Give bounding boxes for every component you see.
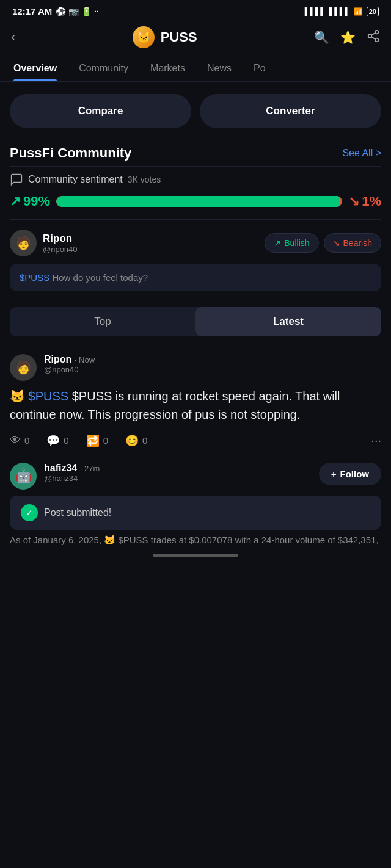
sentiment-bar-row: ↗ 99% ↘ 1% [10, 193, 381, 209]
top-tab[interactable]: Top [10, 307, 196, 336]
nav-actions: 🔍 ⭐ [314, 29, 380, 46]
sentiment-label: Community sentiment [28, 174, 123, 185]
battery-indicator: 20 [367, 7, 379, 16]
plus-icon: + [331, 469, 337, 479]
toast-notification: ✓ Post submitted! [10, 496, 381, 530]
tab-overview[interactable]: Overview [2, 57, 68, 81]
toast-message: Post submitted! [44, 507, 111, 518]
home-indicator [0, 548, 391, 560]
post-ticker-1: $PUSS [29, 389, 69, 403]
action-buttons: Compare Converter [0, 82, 391, 134]
post-handle-2: @hafiz34 [44, 474, 312, 483]
bearish-button[interactable]: ↘ Bearish [324, 233, 381, 253]
post-reactions[interactable]: 😊 0 [125, 434, 147, 447]
home-bar [153, 554, 238, 557]
sentiment-buttons: ↗ Bullish ↘ Bearish [265, 233, 381, 253]
sentiment-bar-fill [56, 196, 339, 207]
post-user-time-1: · Now [75, 355, 95, 364]
search-icon[interactable]: 🔍 [314, 30, 329, 45]
compare-button[interactable]: Compare [10, 94, 191, 128]
toast-check-icon: ✓ [21, 504, 38, 521]
tab-community[interactable]: Community [68, 57, 139, 81]
svg-line-3 [371, 37, 375, 39]
feed-toggle: Top Latest [10, 307, 381, 336]
input-placeholder: How do you feel today? [52, 272, 148, 283]
converter-button[interactable]: Converter [200, 94, 381, 128]
post-user-row2: hafiz34 · 27m @hafiz34 [44, 463, 312, 483]
status-bar: 12:17 AM ⚽ 📷 🔋 ·· ▌▌▌▌ ▌▌▌▌ 📶 20 [0, 0, 391, 20]
status-time: 12:17 AM [12, 6, 52, 16]
tabs-bar: Overview Community Markets News Po [0, 57, 391, 82]
status-right-icons: ▌▌▌▌ ▌▌▌▌ 📶 20 [305, 7, 379, 16]
post-user-time-2: · 27m [80, 464, 100, 473]
post2-content-preview: As of January 6, 2025, 🐱 $PUSS trades at… [0, 530, 391, 548]
reaction-icon: 😊 [125, 434, 139, 447]
post-user-info-1: Ripon · Now @ripon40 [44, 354, 381, 374]
sentiment-votes: 3K votes [128, 175, 161, 184]
post-comments[interactable]: 💬 0 [46, 434, 68, 447]
coin-name: PUSS [161, 29, 197, 45]
share-icon[interactable] [367, 29, 380, 46]
bear-icon: ↘ [333, 238, 340, 248]
ticker-label: $PUSS [20, 272, 49, 283]
bull-up-arrow: ↗ [10, 193, 21, 209]
post-content-1: 🐱 $PUSS $PUSS is running at rocket speed… [10, 387, 381, 424]
post-header-2: 🤖 hafiz34 · 27m @hafiz34 + Follow [10, 463, 381, 490]
star-icon[interactable]: ⭐ [340, 30, 356, 45]
post-handle-1: @ripon40 [44, 365, 381, 374]
top-navigation: ‹ 🐱 PUSS 🔍 ⭐ [0, 20, 391, 57]
sentiment-section: Community sentiment 3K votes ↗ 99% ↘ 1% [0, 167, 391, 219]
post-views[interactable]: 👁 0 [10, 434, 29, 447]
views-icon: 👁 [10, 434, 21, 447]
post-retweets[interactable]: 🔁 0 [86, 434, 108, 447]
post-more-icon[interactable]: ··· [371, 433, 381, 447]
community-section-header: PussFi Community See All > [0, 134, 391, 166]
tab-po[interactable]: Po [243, 57, 277, 81]
signal-icon: ▌▌▌▌ [305, 7, 326, 16]
post-item-2: 🤖 hafiz34 · 27m @hafiz34 + Follow [0, 454, 391, 490]
post-header-1: 🧑 Ripon · Now @ripon40 [10, 354, 381, 381]
post-emoji: 🐱 [10, 389, 25, 403]
user-info: 🧑 Ripon @ripon40 [10, 230, 78, 256]
bullish-button[interactable]: ↗ Bullish [265, 233, 318, 253]
sentiment-bar-track [56, 196, 342, 207]
comment-input[interactable]: $PUSS How do you feel today? [10, 264, 381, 291]
coin-title: 🐱 PUSS [133, 26, 197, 48]
wifi-icon: 📶 [354, 7, 363, 16]
bear-down-arrow: ↘ [348, 193, 359, 209]
comment-icon: 💬 [46, 434, 60, 447]
post-avatar-1: 🧑 [10, 354, 37, 381]
post-avatar-2: 🤖 [10, 463, 37, 490]
user-handle: @ripon40 [43, 245, 78, 254]
comment-box: 🧑 Ripon @ripon40 ↗ Bullish ↘ Bearish $PU… [0, 220, 391, 298]
bear-percentage: ↘ 1% [348, 193, 381, 209]
back-button[interactable]: ‹ [11, 29, 15, 45]
community-title: PussFi Community [10, 145, 131, 161]
retweet-icon: 🔁 [86, 434, 100, 447]
user-details: Ripon @ripon40 [43, 233, 78, 254]
tab-markets[interactable]: Markets [139, 57, 196, 81]
user-name: Ripon [43, 233, 78, 245]
post-actions-1: 👁 0 💬 0 🔁 0 😊 0 ··· [10, 433, 381, 447]
bull-icon: ↗ [274, 238, 281, 248]
post-item-1: 🧑 Ripon · Now @ripon40 🐱 $PUSS $PUSS is … [0, 345, 391, 454]
coin-icon: 🐱 [133, 26, 155, 48]
post-user-name-1: Ripon [44, 354, 71, 364]
follow-button[interactable]: + Follow [319, 463, 381, 485]
signal-icon-2: ▌▌▌▌ [329, 7, 350, 16]
user-row: 🧑 Ripon @ripon40 ↗ Bullish ↘ Bearish [10, 230, 381, 256]
bull-percentage: ↗ 99% [10, 193, 50, 209]
user-avatar: 🧑 [10, 230, 37, 256]
tab-news[interactable]: News [196, 57, 243, 81]
see-all-link[interactable]: See All > [342, 148, 381, 159]
post-user-name-2: hafiz34 [44, 463, 77, 473]
latest-tab[interactable]: Latest [196, 307, 381, 336]
status-app-icons: ⚽ 📷 🔋 ·· [56, 7, 98, 16]
svg-line-4 [371, 32, 375, 35]
sentiment-header: Community sentiment 3K votes [10, 173, 381, 186]
